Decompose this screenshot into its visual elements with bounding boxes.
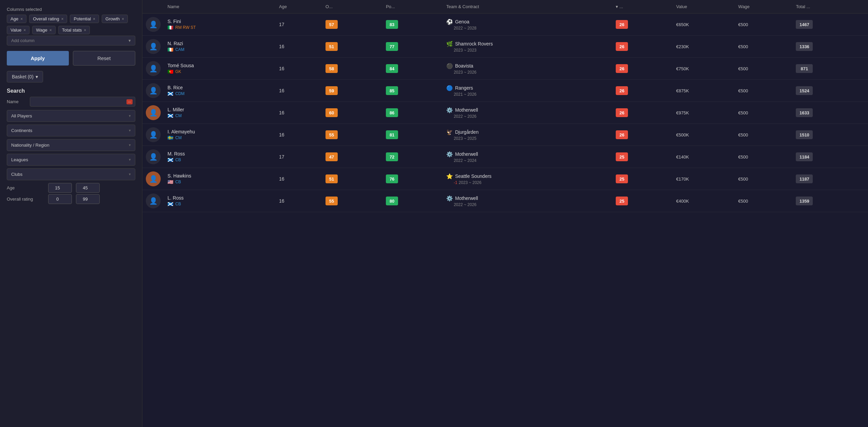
remove-tag-value[interactable]: × <box>23 28 26 33</box>
col-overall[interactable]: O... <box>322 0 382 14</box>
team-name: Boavista <box>455 63 473 69</box>
player-age: 16 <box>276 36 322 58</box>
player-name: S. Hawkins <box>167 173 272 179</box>
growth-badge: 26 <box>616 42 628 51</box>
table-row[interactable]: 👤 B. Rice 🏴󠁧󠁢󠁳󠁣󠁴󠁿 CDM 16 59 85 <box>142 80 868 102</box>
clubs-dropdown[interactable]: Clubs ▾ <box>7 168 135 180</box>
player-table: Name Age O... Po... Team & Contract ▾ ..… <box>142 0 868 212</box>
tag-overall: Overall rating× <box>29 15 67 23</box>
contract-row: 2022 ~ 2026 <box>446 202 609 207</box>
player-value: €500K <box>673 124 735 146</box>
col-value[interactable]: Value <box>673 0 735 14</box>
player-pos-row: 🏴󠁧󠁢󠁳󠁣󠁴󠁿 CDM <box>167 91 272 96</box>
col-potential[interactable]: Po... <box>382 0 443 14</box>
player-pos-row: 🏴󠁧󠁢󠁳󠁣󠁴󠁿 CB <box>167 157 272 163</box>
team-icon: ⚽ <box>446 19 453 25</box>
remove-tag-overall[interactable]: × <box>61 17 63 21</box>
remove-tag-age[interactable]: × <box>20 17 23 21</box>
growth-badge: 25 <box>616 174 628 183</box>
player-position: GK <box>175 69 181 74</box>
player-info: S. Hawkins 🇺🇸 CB <box>167 173 272 185</box>
total-badge: 1524 <box>796 86 813 95</box>
growth-badge: 26 <box>616 64 628 73</box>
player-name: S. Fini <box>167 19 272 24</box>
age-label: Age <box>7 185 44 190</box>
overall-badge: 51 <box>326 42 338 51</box>
team-name: Shamrock Rovers <box>455 41 493 47</box>
total-badge: 1510 <box>796 130 813 139</box>
player-value: €230K <box>673 36 735 58</box>
overall-max-input[interactable] <box>76 194 100 204</box>
table-row[interactable]: 👤 L. Miller 🏴󠁧󠁢󠁳󠁣󠁴󠁿 CM 16 60 86 <box>142 102 868 124</box>
contract-row: 2022 ~ 2028 <box>446 26 609 31</box>
sidebar: Columns selected Age×Overall rating×Pote… <box>0 0 142 427</box>
total-badge: 871 <box>796 64 813 73</box>
remove-tag-total[interactable]: × <box>84 28 86 33</box>
add-column-button[interactable]: Add column ▾ <box>7 36 135 45</box>
remove-tag-growth[interactable]: × <box>122 17 124 21</box>
player-name: Tomé Sousa <box>167 63 272 68</box>
table-row[interactable]: 👤 Tomé Sousa 🇵🇹 GK 16 58 84 <box>142 58 868 80</box>
tag-growth: Growth× <box>102 15 128 23</box>
basket-button[interactable]: Basket (0) ▾ <box>7 71 43 82</box>
all-players-dropdown[interactable]: All Players ▾ <box>7 110 135 122</box>
player-flag: 🏴󠁧󠁢󠁳󠁣󠁴󠁿 <box>167 201 173 207</box>
table-row[interactable]: 👤 S. Fini 🇮🇹 RM RW ST 17 57 83 <box>142 14 868 36</box>
leagues-dropdown[interactable]: Leagues ▾ <box>7 154 135 166</box>
table-row[interactable]: 👤 N. Razi 🇮🇪 CAM 16 51 77 <box>142 36 868 58</box>
overall-badge: 58 <box>326 64 338 73</box>
search-title: Search <box>7 88 135 94</box>
player-name: N. Razi <box>167 41 272 46</box>
player-avatar: 👤 <box>146 193 161 208</box>
age-max-input[interactable] <box>76 183 100 193</box>
player-avatar: 👤 <box>146 39 161 54</box>
remove-tag-potential[interactable]: × <box>93 17 95 21</box>
continents-dropdown[interactable]: Continents ▾ <box>7 125 135 136</box>
reset-button[interactable]: Reset <box>73 51 136 66</box>
player-info: S. Fini 🇮🇹 RM RW ST <box>167 19 272 30</box>
chevron-down-icon: ▾ <box>129 128 131 133</box>
table-row[interactable]: 👤 M. Ross 🏴󠁧󠁢󠁳󠁣󠁴󠁿 CB 17 47 72 <box>142 146 868 168</box>
growth-badge: 26 <box>616 20 628 29</box>
col-wage[interactable]: Wage <box>735 0 792 14</box>
player-position: CB <box>175 202 181 206</box>
overall-badge: 55 <box>326 197 338 205</box>
remove-tag-wage[interactable]: × <box>50 28 52 33</box>
name-filter-row: Name ··· <box>7 97 135 107</box>
player-flag: 🇵🇹 <box>167 69 173 74</box>
player-age: 16 <box>276 124 322 146</box>
name-input[interactable] <box>30 97 135 107</box>
player-flag: 🇮🇹 <box>167 25 173 30</box>
team-icon: ⚫ <box>446 63 453 69</box>
contract-row: -1 2023 ~ 2026 <box>446 180 609 185</box>
name-input-wrapper: ··· <box>30 97 135 107</box>
player-wage: €500 <box>735 14 792 36</box>
player-wage: €500 <box>735 102 792 124</box>
age-filter-row: Age <box>7 183 135 193</box>
player-value: €875K <box>673 80 735 102</box>
potential-badge: 72 <box>386 152 398 161</box>
overall-badge: 57 <box>326 20 338 29</box>
growth-badge: 26 <box>616 108 628 117</box>
col-extra[interactable]: ▾ ... <box>612 0 673 14</box>
apply-button[interactable]: Apply <box>7 51 69 66</box>
player-wage: €500 <box>735 190 792 212</box>
age-min-input[interactable] <box>48 183 72 193</box>
col-name[interactable]: Name <box>164 0 276 14</box>
player-age: 16 <box>276 168 322 190</box>
player-avatar: 👤 <box>146 61 161 76</box>
player-pos-row: 🇮🇹 RM RW ST <box>167 25 272 30</box>
col-total[interactable]: Total ... <box>792 0 868 14</box>
player-table-container[interactable]: Name Age O... Po... Team & Contract ▾ ..… <box>142 0 868 427</box>
nationality-dropdown[interactable]: Nationality / Region ▾ <box>7 139 135 151</box>
overall-min-input[interactable] <box>48 194 72 204</box>
player-flag: 🏴󠁧󠁢󠁳󠁣󠁴󠁿 <box>167 157 173 163</box>
potential-badge: 86 <box>386 108 398 117</box>
col-age[interactable]: Age <box>276 0 322 14</box>
table-row[interactable]: 👤 S. Hawkins 🇺🇸 CB 16 51 76 <box>142 168 868 190</box>
table-row[interactable]: 👤 I. Alemayehu 🇸🇪 CM 16 55 81 <box>142 124 868 146</box>
player-age: 16 <box>276 80 322 102</box>
table-row[interactable]: 👤 L. Ross 🏴󠁧󠁢󠁳󠁣󠁴󠁿 CB 16 55 80 <box>142 190 868 212</box>
chevron-down-icon: ▾ <box>36 74 38 79</box>
col-team[interactable]: Team & Contract <box>443 0 612 14</box>
